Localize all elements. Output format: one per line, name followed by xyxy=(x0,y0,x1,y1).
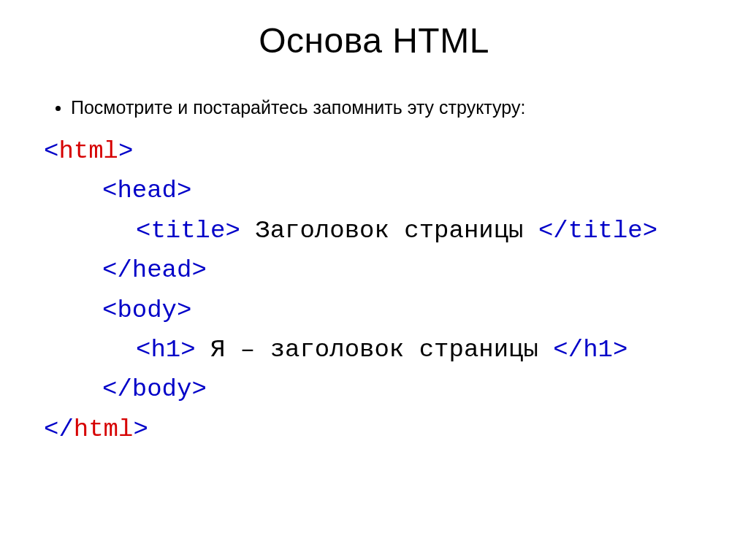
code-line-body-close: </body> xyxy=(44,369,704,409)
tag-title: title xyxy=(150,217,225,245)
slash: / xyxy=(568,336,583,364)
angle-bracket: > xyxy=(643,217,657,245)
tag-body: body xyxy=(132,375,192,403)
code-line-html-open: <html> xyxy=(44,131,704,171)
code-line-body-open: <body> xyxy=(44,291,704,330)
tag-body: body xyxy=(117,296,177,324)
angle-bracket: < xyxy=(44,415,58,443)
angle-bracket: > xyxy=(225,217,240,245)
tag-head: head xyxy=(132,256,192,284)
code-line-html-close: </html> xyxy=(44,410,704,449)
angle-bracket: > xyxy=(133,415,148,443)
slide-title: Основа HTML xyxy=(0,0,748,75)
code-line-head-open: <head> xyxy=(44,171,704,210)
tag-html: html xyxy=(74,415,134,443)
angle-bracket: < xyxy=(102,177,117,204)
angle-bracket: < xyxy=(553,336,568,364)
title-text: Заголовок страницы xyxy=(240,217,538,245)
slash: / xyxy=(58,415,73,443)
code-line-h1: <h1> Я – заголовок страницы </h1> xyxy=(44,330,704,369)
bullet-text: Посмотрите и постарайтесь запомнить эту … xyxy=(71,97,525,118)
angle-bracket: < xyxy=(136,217,150,245)
angle-bracket: < xyxy=(44,137,58,165)
slide-content: Посмотрите и постарайтесь запомнить эту … xyxy=(0,97,748,449)
angle-bracket: > xyxy=(118,137,133,165)
bullet-dot-icon xyxy=(56,106,61,111)
tag-title: title xyxy=(568,217,643,245)
slash: / xyxy=(117,256,131,284)
angle-bracket: > xyxy=(180,336,195,364)
tag-html: html xyxy=(58,137,118,165)
tag-h1: h1 xyxy=(583,336,613,364)
angle-bracket: > xyxy=(177,177,191,204)
bullet-item: Посмотрите и постарайтесь запомнить эту … xyxy=(56,97,704,118)
angle-bracket: < xyxy=(102,256,117,284)
tag-head: head xyxy=(117,177,177,204)
angle-bracket: > xyxy=(177,296,191,324)
slash: / xyxy=(117,375,131,403)
h1-text: Я – заголовок страницы xyxy=(196,336,554,364)
slide: Основа HTML Посмотрите и постарайтесь за… xyxy=(0,0,748,560)
angle-bracket: < xyxy=(136,336,150,364)
angle-bracket: > xyxy=(191,375,206,403)
angle-bracket: < xyxy=(102,375,117,403)
angle-bracket: > xyxy=(613,336,627,364)
angle-bracket: < xyxy=(538,217,553,245)
code-line-title: <title> Заголовок страницы </title> xyxy=(44,211,704,250)
angle-bracket: < xyxy=(102,296,117,324)
tag-h1: h1 xyxy=(150,336,180,364)
code-block: <html> <head> <title> Заголовок страницы… xyxy=(44,131,704,449)
angle-bracket: > xyxy=(191,256,206,284)
code-line-head-close: </head> xyxy=(44,250,704,290)
slash: / xyxy=(553,217,568,245)
